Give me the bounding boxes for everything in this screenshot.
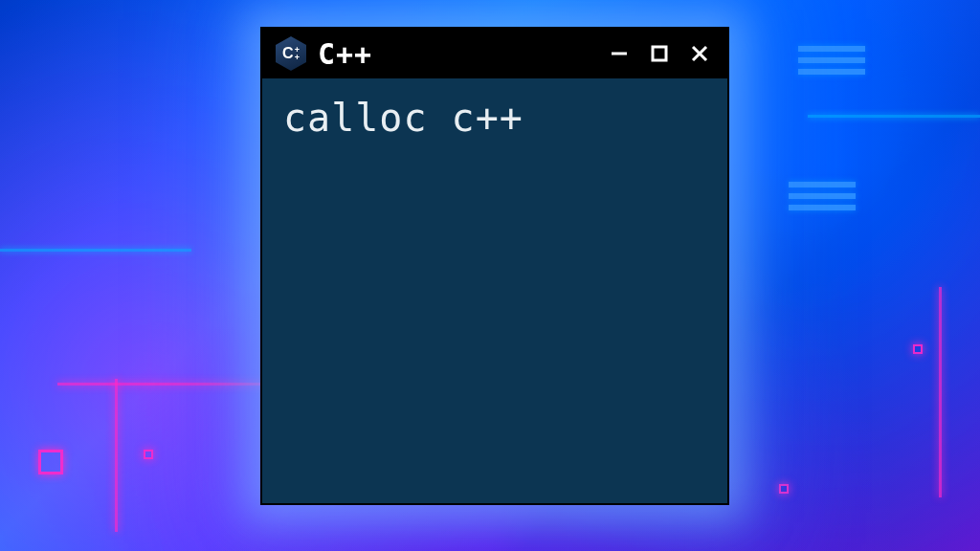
decorative-node (913, 344, 923, 354)
decorative-node (38, 450, 63, 474)
decorative-trace (808, 115, 980, 118)
decorative-trace (57, 383, 268, 386)
maximize-icon (650, 44, 669, 63)
decorative-node (779, 484, 789, 494)
minimize-icon (610, 44, 629, 63)
terminal-content: calloc c++ (262, 78, 727, 157)
svg-rect-1 (653, 47, 666, 60)
titlebar[interactable]: C++ C++ (262, 29, 727, 78)
window-title: C++ (318, 37, 372, 71)
cpp-logo-icon: C++ (276, 36, 306, 71)
terminal-text: calloc c++ (283, 96, 523, 140)
decorative-node (144, 450, 153, 459)
decorative-bars (789, 182, 856, 210)
minimize-button[interactable] (605, 39, 634, 68)
close-button[interactable] (685, 39, 714, 68)
decorative-trace (939, 287, 942, 497)
decorative-bars (798, 46, 865, 75)
close-icon (690, 44, 709, 63)
terminal-window: C++ C++ calloc c++ (260, 27, 729, 505)
decorative-trace (0, 249, 191, 252)
decorative-trace (115, 379, 118, 532)
maximize-button[interactable] (645, 39, 674, 68)
